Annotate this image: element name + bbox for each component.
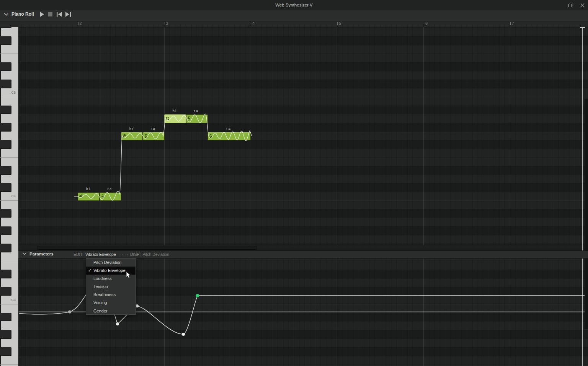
disp-parameter-selector[interactable]: Pitch Deviation — [142, 252, 169, 257]
disp-label: DISP: — [130, 252, 140, 257]
lyric-glyph — [187, 116, 191, 120]
black-key[interactable] — [0, 244, 11, 252]
phoneme-label: ki — [78, 187, 99, 191]
measure-number: 3 — [165, 21, 168, 26]
black-key[interactable] — [0, 347, 11, 356]
vertical-scrollbar-thumb[interactable] — [585, 99, 588, 329]
piano-roll-toolbar — [0, 10, 588, 21]
key-separator — [0, 304, 18, 304]
menu-item-pitch-deviation[interactable]: Pitch Deviation — [86, 259, 136, 267]
edit-parameter-selector[interactable]: Vibrato Envelope — [85, 252, 116, 257]
black-key[interactable] — [0, 287, 11, 296]
lyric-glyph — [209, 134, 213, 138]
octave-label: C3 — [0, 298, 16, 302]
black-key[interactable] — [0, 270, 11, 278]
black-key[interactable] — [0, 209, 11, 218]
black-key[interactable] — [0, 166, 11, 175]
black-key[interactable] — [0, 330, 11, 339]
title-bar: Web Synthesizer V — [0, 0, 588, 11]
note[interactable] — [207, 132, 251, 141]
key-separator — [0, 261, 18, 261]
parameter-dropdown-menu: Pitch DeviationVibrato Envelope✓Loudness… — [86, 258, 136, 315]
phoneme-label: ra — [186, 109, 207, 113]
key-separator — [0, 97, 18, 97]
octave-label: C5 — [0, 91, 16, 94]
restore-window-icon[interactable] — [568, 2, 574, 8]
measure-number: 4 — [251, 21, 255, 26]
edit-label: EDIT: — [74, 252, 83, 257]
parameters-collapse-chevron-icon[interactable] — [22, 252, 27, 255]
mouse-cursor — [126, 271, 132, 279]
black-key[interactable] — [0, 183, 11, 192]
black-key[interactable] — [0, 106, 11, 114]
phoneme-label: ra — [100, 187, 121, 191]
piano-keyboard[interactable]: C5C4C3 — [0, 27, 19, 366]
playhead-line[interactable] — [582, 27, 583, 366]
panel-collapse-chevron-icon[interactable] — [3, 13, 9, 16]
key-separator — [0, 364, 18, 365]
menu-item-gender[interactable]: Gender — [86, 307, 136, 315]
black-key[interactable] — [0, 313, 11, 322]
black-key[interactable] — [0, 226, 11, 235]
measure-number: 5 — [337, 21, 341, 26]
key-separator — [0, 157, 18, 158]
phoneme-label: hi — [164, 109, 185, 113]
skip-to-start-button[interactable] — [57, 12, 62, 17]
key-separator — [0, 54, 18, 54]
skip-to-end-button[interactable] — [65, 12, 71, 17]
octave-label: C4 — [0, 194, 16, 198]
phoneme-label: ra — [207, 127, 250, 130]
window-title: Web Synthesizer V — [0, 0, 588, 10]
measure-number: 6 — [424, 21, 428, 26]
ruler-tick-marks — [18, 24, 588, 27]
phoneme-label: ki — [121, 127, 142, 130]
checkmark-icon: ✓ — [88, 267, 91, 275]
black-key[interactable] — [0, 80, 11, 88]
key-separator — [0, 200, 18, 201]
close-icon[interactable] — [580, 2, 585, 8]
measure-number: 7 — [510, 21, 514, 26]
menu-item-tension[interactable]: Tension — [86, 283, 136, 291]
parameters-title: Parameters — [29, 252, 54, 256]
menu-item-breathiness[interactable]: Breathiness — [86, 291, 136, 299]
lyric-glyph — [79, 194, 83, 198]
black-key[interactable] — [0, 62, 11, 71]
horizontal-scrollbar-thumb[interactable] — [37, 246, 257, 250]
lyric-glyph — [165, 116, 170, 120]
measure-number: 2 — [78, 21, 82, 26]
app-window: Web Synthesizer V Piano Roll 234567 C5C4… — [0, 0, 588, 366]
left-right-arrows-icon[interactable]: ←→ — [121, 252, 128, 256]
lyric-glyph — [144, 134, 148, 138]
phoneme-label: ra — [143, 127, 164, 130]
lyric-glyph — [122, 134, 126, 138]
stop-button[interactable] — [48, 12, 52, 17]
black-key[interactable] — [0, 140, 11, 149]
lyric-glyph — [101, 194, 105, 198]
panel-title: Piano Roll — [11, 11, 34, 17]
play-button[interactable] — [40, 12, 44, 17]
menu-item-voicing[interactable]: Voicing — [86, 299, 136, 307]
black-key[interactable] — [0, 123, 11, 132]
black-key[interactable] — [0, 36, 11, 45]
